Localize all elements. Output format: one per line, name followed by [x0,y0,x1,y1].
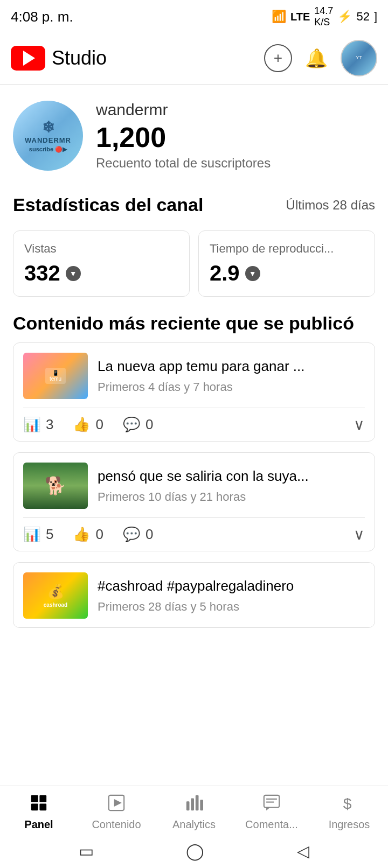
signal-icon: 📶 [272,10,286,24]
stats-title: Estadísticas del canal [13,194,203,215]
video-thumbnail-3: 💰 cashroad [23,572,88,619]
likes-stat-2: 👍 0 [73,526,103,543]
views-value-row: 332 ▼ [24,261,178,285]
watchtime-label: Tiempo de reproducci... [210,242,364,256]
comments-num-2: 0 [146,526,153,543]
likes-num-1: 0 [95,416,103,433]
status-bar: 4:08 p. m. 📶 LTE 14.7K/S ⚡ 52 ] [0,0,388,32]
views-stat-2: 📊 5 [23,526,53,543]
thumbs-up-icon-1: 👍 [73,416,90,433]
channel-info-section: ❄ WANDERMR suscribe 🔴▶ wandermr 1,200 Re… [0,85,388,184]
nav-item-ingresos[interactable]: $ Ingresos [310,786,388,836]
stats-header: Estadísticas del canal Últimos 28 días [13,194,375,215]
video-card-3[interactable]: 💰 cashroad #cashroad #paypalregaladinero… [13,562,375,628]
recent-content-section: Contenido más reciente que se publicó 📱t… [0,307,388,644]
back-btn[interactable]: ▭ [79,842,94,860]
svg-rect-9 [200,800,203,810]
battery-level: 52 [356,10,369,24]
battery-icon: ] [374,10,377,24]
comments-stat-2: 💬 0 [123,526,153,543]
avatar-image: YT [355,54,363,62]
likes-stat-1: 👍 0 [73,416,103,433]
avatar-content: ❄ WANDERMR suscribe 🔴▶ [25,118,71,153]
video-stats-2: 📊 5 👍 0 💬 0 ∨ [13,518,375,551]
subscriber-count: 1,200 [96,122,271,153]
ingresos-icon: $ [340,794,358,816]
svg-rect-8 [196,795,199,810]
svg-rect-3 [39,803,46,810]
views-down-arrow: ▼ [66,266,81,281]
views-num-1: 3 [46,416,53,433]
youtube-logo [11,46,45,71]
watchtime-value: 2.9 [210,261,240,285]
watchtime-card[interactable]: Tiempo de reproducci... 2.9 ▼ [198,230,375,297]
views-card[interactable]: Vistas 332 ▼ [13,230,190,297]
notification-bell-icon[interactable]: 🔔 [305,47,328,69]
data-speed: 14.7K/S [314,5,333,28]
svg-rect-7 [191,799,194,811]
views-value: 332 [24,261,60,285]
video-top-3: 💰 cashroad #cashroad #paypalregaladinero… [13,563,375,627]
logo-area: Studio [11,46,107,71]
header-actions: + 🔔 YT [264,40,377,76]
nav-row: Panel Contenido Analytics [0,786,388,836]
svg-marker-5 [114,799,122,807]
bar-chart-icon-1: 📊 [23,416,40,433]
bolt-icon: ⚡ [337,10,352,24]
nav-item-contenido[interactable]: Contenido [78,786,155,836]
bar-chart-icon-2: 📊 [23,526,40,543]
svg-rect-6 [186,801,190,810]
app-header: Studio + 🔔 YT [0,32,388,85]
video-title-3: #cashroad #paypalregaladinero [98,577,365,596]
expand-btn-2[interactable]: ∨ [354,526,365,543]
video-meta-2: pensó que se saliria con la suya... Prim… [98,467,365,504]
watchtime-down-arrow: ▼ [245,266,260,281]
add-button[interactable]: + [264,44,292,72]
video-card-2[interactable]: 🐕 pensó que se saliria con la suya... Pr… [13,452,375,551]
lte-icon: LTE [290,11,310,23]
nav-item-panel[interactable]: Panel [0,786,78,836]
svg-rect-10 [264,795,279,808]
channel-text-info: wandermr 1,200 Recuento total de suscrip… [96,101,271,170]
contenido-label: Contenido [92,818,141,831]
video-thumbnail-2: 🐕 [23,463,88,509]
video-period-2: Primeros 10 días y 21 horas [98,490,365,504]
video-meta-1: La nueva app temu para ganar ... Primero… [98,358,365,394]
status-time: 4:08 p. m. [11,9,73,25]
gesture-nav: ▭ ◯ ◁ [0,836,388,868]
comment-icon-1: 💬 [123,416,140,433]
video-title-2: pensó que se saliria con la suya... [98,467,365,486]
comments-stat-1: 💬 0 [123,416,153,433]
home-btn[interactable]: ◯ [186,842,204,860]
status-icons: 📶 LTE 14.7K/S ⚡ 52 ] [272,5,377,28]
views-label: Vistas [24,242,178,256]
recents-btn[interactable]: ◁ [297,842,309,860]
thumbs-up-icon-2: 👍 [73,526,90,543]
video-period-1: Primeros 4 días y 7 horas [98,380,365,394]
nav-item-analytics[interactable]: Analytics [155,786,233,836]
svg-rect-2 [31,803,38,810]
recent-content-title: Contenido más reciente que se publicó [13,313,375,334]
svg-rect-0 [31,795,38,802]
stats-period: Últimos 28 días [286,198,375,213]
analytics-label: Analytics [172,818,216,831]
channel-stats-section: Estadísticas del canal Últimos 28 días [0,184,388,230]
contenido-icon [107,794,126,816]
watchtime-value-row: 2.9 ▼ [210,261,364,285]
views-stat-1: 📊 3 [23,416,53,433]
nav-item-comentarios[interactable]: Comenta... [233,786,310,836]
expand-btn-1[interactable]: ∨ [354,416,365,433]
video-top-1: 📱temu La nueva app temu para ganar ... P… [13,343,375,408]
subscriber-label: Recuento total de suscriptores [96,156,271,171]
comentarios-icon [262,794,281,816]
app-title: Studio [52,47,107,69]
video-top-2: 🐕 pensó que se saliria con la suya... Pr… [13,453,375,517]
bottom-navigation: Panel Contenido Analytics [0,786,388,868]
ingresos-label: Ingresos [329,818,370,831]
svg-text:$: $ [343,795,352,812]
likes-num-2: 0 [95,526,103,543]
comments-num-1: 0 [146,416,153,433]
video-card-1[interactable]: 📱temu La nueva app temu para ganar ... P… [13,342,375,442]
user-avatar[interactable]: YT [341,40,377,76]
channel-avatar[interactable]: ❄ WANDERMR suscribe 🔴▶ [13,101,83,171]
